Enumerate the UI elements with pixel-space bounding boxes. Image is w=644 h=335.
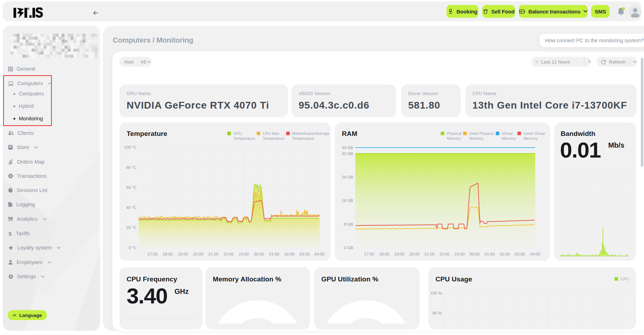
svg-text:0 °C: 0 °C [129, 246, 137, 250]
svg-text:02:00: 02:00 [284, 252, 295, 256]
svg-text:100 °C: 100 °C [124, 145, 137, 149]
svg-text:03:00: 03:00 [300, 252, 310, 256]
svg-text:16 GB: 16 GB [342, 198, 353, 203]
svg-text:00:00: 00:00 [254, 252, 264, 256]
svg-text:21:00: 21:00 [424, 252, 435, 256]
svg-text:$: $ [10, 174, 12, 178]
svg-text:24 GB: 24 GB [342, 175, 353, 179]
svg-text:01:00: 01:00 [269, 252, 279, 256]
svg-text:18:00: 18:00 [163, 252, 173, 256]
svg-text:80 °C: 80 °C [126, 165, 137, 170]
svg-text:34 GB: 34 GB [342, 145, 353, 150]
svg-text:19:00: 19:00 [394, 252, 405, 256]
svg-text:$: $ [9, 231, 12, 236]
svg-text:04:00: 04:00 [530, 252, 540, 256]
svg-text:21:00: 21:00 [208, 252, 218, 256]
svg-text:02:00: 02:00 [500, 252, 510, 256]
svg-text:20:00: 20:00 [409, 252, 420, 256]
svg-text:23:00: 23:00 [239, 252, 249, 256]
svg-text:80 %: 80 % [433, 311, 442, 315]
svg-text:17:00: 17:00 [148, 252, 158, 256]
svg-text:01:00: 01:00 [485, 252, 495, 256]
svg-text:04:00: 04:00 [315, 252, 325, 256]
svg-text:100 %: 100 % [430, 291, 442, 295]
svg-text:20:00: 20:00 [193, 252, 203, 256]
svg-text:60 °C: 60 °C [126, 185, 137, 190]
svg-text:18:00: 18:00 [379, 252, 389, 256]
svg-text:40 °C: 40 °C [126, 205, 137, 210]
svg-text:22:00: 22:00 [439, 252, 450, 256]
svg-text:19:00: 19:00 [178, 252, 188, 256]
svg-text:8 GB: 8 GB [344, 222, 354, 226]
svg-text:20 °C: 20 °C [126, 225, 137, 230]
svg-text:00:00: 00:00 [470, 252, 480, 256]
svg-text:17:00: 17:00 [364, 252, 374, 256]
svg-text:03:00: 03:00 [515, 252, 525, 256]
svg-text:32 GB: 32 GB [342, 152, 353, 156]
svg-text:23:00: 23:00 [455, 252, 465, 256]
svg-text:22:00: 22:00 [223, 252, 234, 256]
svg-text:0 GB: 0 GB [344, 246, 354, 250]
